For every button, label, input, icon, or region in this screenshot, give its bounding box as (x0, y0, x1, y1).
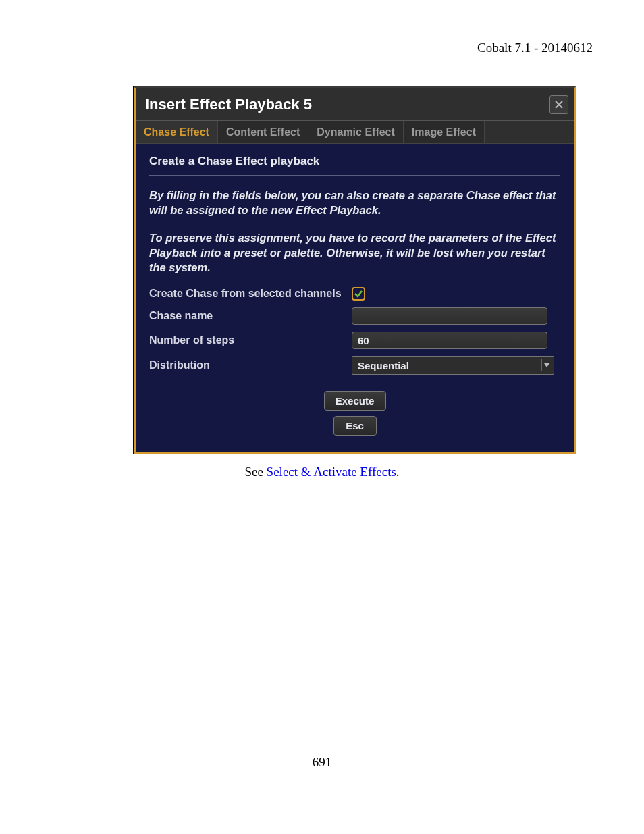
select-distribution-value: Sequential (358, 360, 409, 371)
doc-header: Cobalt 7.1 - 20140612 (477, 41, 593, 55)
caption-link[interactable]: Select & Activate Effects (267, 465, 396, 479)
execute-button[interactable]: Execute (324, 391, 386, 411)
section-heading: Create a Chase Effect playback (149, 155, 560, 176)
description-paragraph-1: By filling in the fields below, you can … (149, 188, 560, 218)
close-button[interactable] (549, 95, 568, 114)
close-icon (554, 100, 564, 109)
esc-button[interactable]: Esc (333, 416, 377, 436)
label-create-from-channels: Create Chase from selected channels (149, 288, 352, 300)
label-number-of-steps: Number of steps (149, 334, 352, 346)
svg-marker-2 (544, 363, 549, 367)
row-distribution: Distribution Sequential (149, 356, 560, 375)
dialog-title: Insert Effect Playback 5 (145, 96, 312, 113)
page-number: 691 (0, 755, 644, 770)
label-chase-name: Chase name (149, 310, 352, 322)
chevron-down-icon (541, 359, 551, 371)
dialog-body: Create a Chase Effect playback By fillin… (136, 144, 574, 452)
dialog-window: Insert Effect Playback 5 Chase Effect Co… (134, 86, 576, 454)
tab-bar: Chase Effect Content Effect Dynamic Effe… (136, 121, 574, 144)
checkbox-create-from-channels[interactable] (352, 287, 365, 301)
label-distribution: Distribution (149, 359, 352, 371)
row-chase-name: Chase name (149, 307, 560, 325)
description-paragraph-2: To preserve this assignment, you have to… (149, 230, 560, 276)
caption-prefix: See (244, 465, 266, 479)
input-chase-name[interactable] (352, 307, 547, 325)
select-distribution[interactable]: Sequential (352, 356, 554, 375)
figure-caption: See Select & Activate Effects. (0, 465, 644, 479)
svg-line-0 (556, 101, 562, 108)
titlebar: Insert Effect Playback 5 (136, 88, 574, 121)
input-number-of-steps[interactable] (352, 332, 547, 349)
check-icon (354, 289, 363, 298)
svg-line-1 (556, 101, 562, 108)
button-stack: Execute Esc (149, 391, 560, 436)
tab-content-effect[interactable]: Content Effect (218, 121, 308, 143)
tab-image-effect[interactable]: Image Effect (404, 121, 485, 143)
tab-dynamic-effect[interactable]: Dynamic Effect (308, 121, 404, 143)
tab-chase-effect[interactable]: Chase Effect (136, 121, 218, 143)
row-create-from-channels: Create Chase from selected channels (149, 287, 560, 301)
row-number-of-steps: Number of steps (149, 332, 560, 349)
caption-suffix: . (396, 465, 400, 479)
